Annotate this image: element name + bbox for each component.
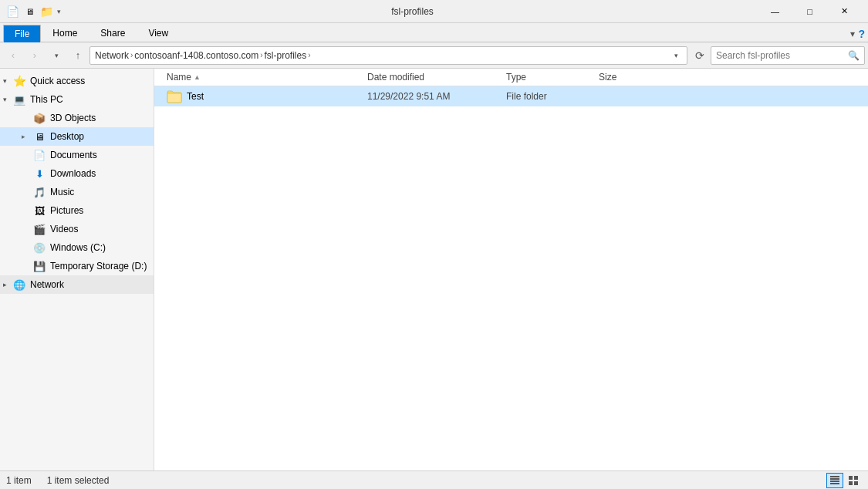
quick-access-arrow: ▾ bbox=[3, 77, 12, 85]
table-row[interactable]: Test 11/29/2022 9:51 AM File folder bbox=[154, 86, 868, 106]
ribbon-tabs: File Home Share View ▾ ? bbox=[0, 23, 868, 42]
dropdown-button[interactable]: ▾ bbox=[46, 46, 66, 65]
path-segment-1[interactable]: Network bbox=[95, 50, 129, 61]
sidebar-item-documents[interactable]: 📄 Documents bbox=[0, 146, 154, 164]
sidebar-item-downloads[interactable]: ⬇ Downloads bbox=[0, 164, 154, 183]
quick-access-icon: ⭐ bbox=[12, 74, 26, 88]
path-arrow-2: › bbox=[260, 51, 262, 59]
title-bar: 📄 🖥 📁 ▾ fsl-profiles — □ ✕ bbox=[0, 0, 868, 23]
search-input[interactable] bbox=[716, 50, 848, 61]
minimize-button[interactable]: — bbox=[758, 0, 792, 23]
help-icon[interactable]: ? bbox=[858, 28, 865, 40]
search-box[interactable]: 🔍 bbox=[711, 46, 865, 65]
col-header-type[interactable]: Type bbox=[506, 72, 599, 83]
content-area: Name ▲ Date modified Type Size bbox=[154, 69, 868, 470]
sidebar-item-temp-storage[interactable]: 💾 Temporary Storage (D:) bbox=[0, 257, 154, 275]
close-button[interactable]: ✕ bbox=[827, 0, 862, 23]
sidebar-item-videos[interactable]: 🎬 Videos bbox=[0, 220, 154, 238]
sidebar-group-quick-access[interactable]: ▾ ⭐ Quick access bbox=[0, 72, 154, 90]
column-headers: Name ▲ Date modified Type Size bbox=[154, 69, 868, 86]
view-details-button[interactable] bbox=[826, 473, 843, 488]
windows-c-label: Windows (C:) bbox=[50, 242, 106, 253]
status-bar: 1 item 1 item selected bbox=[0, 470, 868, 489]
selected-count: 1 item selected bbox=[47, 475, 110, 486]
col-modified-label: Date modified bbox=[367, 72, 424, 83]
pictures-icon: 🖼 bbox=[32, 204, 46, 218]
sidebar-item-music[interactable]: 🎵 Music bbox=[0, 183, 154, 201]
music-icon: 🎵 bbox=[32, 185, 46, 199]
svg-rect-4 bbox=[849, 476, 853, 480]
doc-icon: 📄 bbox=[6, 5, 19, 18]
desktop-expand: ▸ bbox=[22, 133, 31, 140]
windows-c-icon: 💿 bbox=[32, 241, 46, 255]
sidebar-group-this-pc[interactable]: ▾ 💻 This PC bbox=[0, 90, 154, 109]
svg-rect-5 bbox=[854, 476, 858, 480]
view-buttons bbox=[826, 473, 862, 488]
col-name-label: Name bbox=[167, 72, 191, 83]
sidebar: ▾ ⭐ Quick access ▾ 💻 This PC 📦 3D Object… bbox=[0, 69, 154, 470]
file-modified-test: 11/29/2022 9:51 AM bbox=[367, 91, 506, 102]
svg-rect-3 bbox=[830, 483, 839, 484]
item-count: 1 item bbox=[6, 475, 32, 486]
desktop-icon: 🖥 bbox=[32, 130, 46, 143]
downloads-icon: ⬇ bbox=[32, 167, 46, 180]
documents-icon: 📄 bbox=[32, 148, 46, 162]
forward-button[interactable]: › bbox=[25, 46, 45, 65]
desktop-label: Desktop bbox=[50, 131, 84, 142]
address-bar[interactable]: Network › contosoanf-1408.contoso.com › … bbox=[90, 46, 687, 65]
up-button[interactable]: ↑ bbox=[68, 46, 88, 65]
address-dropdown-btn[interactable]: ▾ bbox=[670, 46, 682, 65]
sort-arrow-name: ▲ bbox=[194, 73, 201, 81]
music-label: Music bbox=[50, 187, 74, 197]
file-list: Test 11/29/2022 9:51 AM File folder bbox=[154, 86, 868, 470]
quick-access-label: Quick access bbox=[30, 76, 85, 86]
sidebar-item-pictures[interactable]: 🖼 Pictures bbox=[0, 201, 154, 220]
this-pc-label: This PC bbox=[30, 94, 63, 105]
videos-label: Videos bbox=[50, 224, 78, 234]
path-arrow-3: › bbox=[308, 51, 310, 59]
folder-icon: 📁 bbox=[40, 5, 52, 18]
tab-share[interactable]: Share bbox=[89, 24, 137, 42]
3d-objects-label: 3D Objects bbox=[50, 113, 96, 123]
svg-rect-2 bbox=[830, 481, 839, 482]
videos-icon: 🎬 bbox=[32, 222, 46, 236]
main-area: ▾ ⭐ Quick access ▾ 💻 This PC 📦 3D Object… bbox=[0, 69, 868, 470]
col-header-modified[interactable]: Date modified bbox=[367, 72, 506, 83]
maximize-button[interactable]: □ bbox=[792, 0, 827, 23]
window-controls: — □ ✕ bbox=[758, 0, 862, 23]
tab-file[interactable]: File bbox=[3, 25, 41, 42]
this-pc-icon: 💻 bbox=[12, 93, 26, 106]
svg-rect-7 bbox=[854, 481, 858, 485]
tab-view[interactable]: View bbox=[137, 24, 180, 42]
3d-objects-icon: 📦 bbox=[32, 111, 46, 125]
address-path: Network › contosoanf-1408.contoso.com › … bbox=[95, 50, 670, 61]
network-icon: 🌐 bbox=[12, 278, 26, 292]
path-segment-2[interactable]: contosoanf-1408.contoso.com bbox=[134, 50, 258, 61]
sidebar-group-network[interactable]: ▸ 🌐 Network bbox=[0, 275, 154, 294]
toolbar: ‹ › ▾ ↑ Network › contosoanf-1408.contos… bbox=[0, 42, 868, 69]
this-pc-arrow: ▾ bbox=[3, 96, 12, 103]
title-bar-icons: 📄 🖥 📁 ▾ bbox=[6, 5, 61, 18]
path-arrow-1: › bbox=[130, 51, 133, 59]
col-header-name[interactable]: Name ▲ bbox=[167, 72, 367, 83]
sidebar-item-windows-c[interactable]: 💿 Windows (C:) bbox=[0, 238, 154, 257]
col-header-size[interactable]: Size bbox=[599, 72, 660, 83]
col-type-label: Type bbox=[506, 72, 526, 83]
search-icon: 🔍 bbox=[848, 50, 860, 61]
refresh-button[interactable]: ⟳ bbox=[691, 46, 709, 65]
sidebar-item-desktop[interactable]: ▸ 🖥 Desktop bbox=[0, 127, 154, 146]
path-segment-3[interactable]: fsl-profiles bbox=[264, 50, 306, 61]
back-button[interactable]: ‹ bbox=[3, 46, 23, 65]
window-title: fsl-profiles bbox=[67, 6, 758, 17]
tab-home[interactable]: Home bbox=[41, 24, 89, 42]
documents-label: Documents bbox=[50, 150, 97, 160]
svg-rect-1 bbox=[830, 478, 839, 480]
file-name-test: Test bbox=[187, 91, 367, 102]
downloads-label: Downloads bbox=[50, 168, 96, 179]
file-type-test: File folder bbox=[506, 91, 599, 102]
title-dropdown-arrow[interactable]: ▾ bbox=[57, 8, 61, 15]
file-folder-icon bbox=[167, 89, 182, 104]
ribbon-collapse-arrow[interactable]: ▾ bbox=[850, 29, 855, 39]
view-large-icons-button[interactable] bbox=[845, 473, 862, 488]
sidebar-item-3d-objects[interactable]: 📦 3D Objects bbox=[0, 109, 154, 127]
